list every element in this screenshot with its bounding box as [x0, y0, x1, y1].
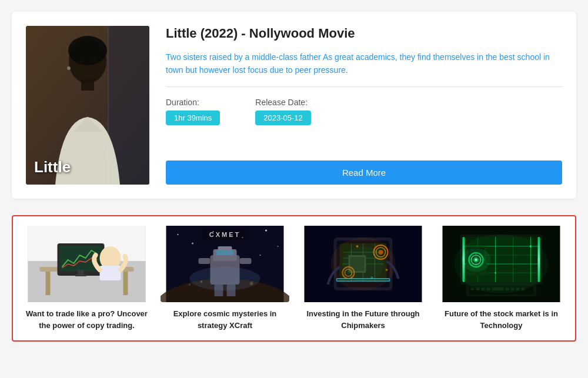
svg-rect-102	[538, 237, 540, 282]
svg-point-43	[201, 280, 203, 283]
svg-rect-16	[123, 272, 128, 295]
svg-point-66	[356, 245, 359, 247]
svg-point-9	[68, 36, 107, 65]
svg-point-30	[260, 255, 261, 256]
movie-card: Little Little (2022) - Nollywood Movie T…	[12, 12, 576, 199]
movie-meta: Duration: 1hr 39mins Release Date: 2023-…	[166, 98, 562, 125]
related-section: Want to trade like a pro? Uncover the po…	[12, 215, 576, 342]
svg-point-103	[475, 259, 477, 261]
svg-point-42	[190, 267, 260, 290]
read-more-button[interactable]: Read More	[166, 160, 562, 185]
article-title-3: Investing in the Future through Chipmake…	[299, 308, 427, 331]
svg-point-68	[386, 269, 388, 271]
svg-text:CXMET: CXMET	[209, 231, 241, 238]
movie-info: Little (2022) - Nollywood Movie Two sist…	[166, 26, 562, 185]
svg-point-28	[265, 230, 267, 232]
svg-point-24	[178, 234, 179, 235]
release-badge: 2023-05-12	[255, 111, 311, 125]
svg-point-25	[192, 243, 193, 245]
svg-rect-22	[100, 266, 121, 280]
svg-point-105	[495, 272, 496, 274]
article-title-1: Want to trade like a pro? Uncover the po…	[22, 308, 151, 331]
article-thumb-3	[299, 226, 427, 302]
svg-point-45	[189, 283, 191, 286]
article-title-2: Explore cosmic mysteries in strategy XCr…	[161, 308, 289, 331]
release-group: Release Date: 2023-05-12	[255, 98, 311, 125]
article-card-2[interactable]: CXMET	[161, 226, 289, 331]
movie-title: Little (2022) - Nollywood Movie	[166, 26, 562, 41]
svg-point-44	[250, 282, 253, 285]
svg-rect-5	[81, 79, 94, 91]
svg-rect-19	[78, 270, 84, 275]
article-thumb-2: CXMET	[161, 226, 289, 302]
article-thumb-1	[22, 226, 151, 302]
svg-point-29	[278, 246, 279, 247]
svg-rect-37	[216, 250, 234, 255]
article-card-4[interactable]: Future of the stock market is in Technol…	[437, 226, 566, 331]
articles-grid: Want to trade like a pro? Uncover the po…	[22, 226, 566, 331]
svg-point-67	[371, 277, 373, 279]
svg-rect-90	[471, 287, 475, 290]
release-label: Release Date:	[255, 98, 311, 107]
svg-rect-101	[463, 237, 465, 282]
duration-badge: 1hr 39mins	[166, 111, 220, 125]
article-card-1[interactable]: Want to trade like a pro? Uncover the po…	[22, 226, 151, 331]
svg-rect-38	[199, 258, 211, 264]
duration-label: Duration:	[166, 98, 220, 107]
movie-poster: Little	[26, 26, 149, 185]
poster-label: Little	[34, 158, 71, 176]
article-thumb-4	[437, 226, 566, 302]
svg-rect-15	[46, 272, 51, 295]
movie-description: Two sisters raised by a middle-class fat…	[166, 51, 562, 87]
article-card-3[interactable]: Investing in the Future through Chipmake…	[299, 226, 427, 331]
svg-rect-39	[240, 258, 252, 264]
article-title-4: Future of the stock market is in Technol…	[437, 308, 566, 331]
svg-point-104	[530, 245, 532, 247]
svg-point-8	[67, 66, 71, 70]
duration-group: Duration: 1hr 39mins	[166, 98, 220, 125]
svg-rect-20	[75, 275, 87, 276]
svg-point-65	[343, 246, 384, 282]
